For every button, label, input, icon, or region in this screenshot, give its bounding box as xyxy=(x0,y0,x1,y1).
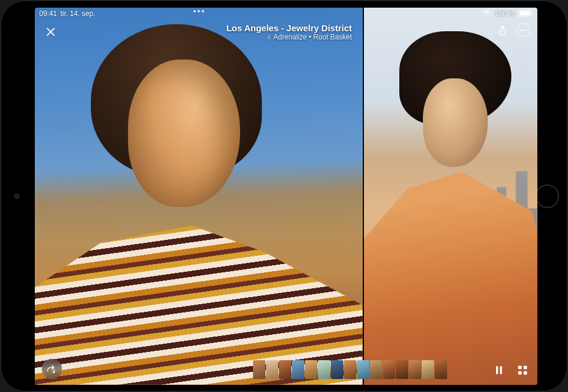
svg-point-5 xyxy=(522,29,524,31)
timeline-thumbnail[interactable] xyxy=(422,360,434,379)
memory-title: Los Angeles - Jewelry District xyxy=(226,23,352,33)
svg-point-0 xyxy=(52,371,54,373)
battery-icon xyxy=(518,10,533,17)
multitask-indicator[interactable] xyxy=(193,10,204,12)
svg-point-6 xyxy=(525,29,527,31)
memory-pane-right[interactable]: 100 % xyxy=(364,8,537,385)
timeline-thumbnail[interactable] xyxy=(383,360,395,379)
grid-icon xyxy=(517,364,528,376)
status-date: tir. 14. sep. xyxy=(61,9,96,18)
timeline-thumbnail[interactable] xyxy=(253,360,265,379)
photo-portrait-left xyxy=(35,8,363,385)
close-button[interactable] xyxy=(43,24,58,39)
timeline-filmstrip[interactable] xyxy=(253,360,447,379)
svg-rect-10 xyxy=(523,365,527,369)
music-note-icon: ♫ xyxy=(267,34,271,40)
pause-button[interactable] xyxy=(491,363,507,378)
timeline-thumbnail[interactable] xyxy=(435,360,447,379)
timeline-thumbnail[interactable] xyxy=(396,360,408,379)
share-button[interactable] xyxy=(495,23,510,38)
timeline-thumbnail[interactable] xyxy=(318,360,330,379)
wifi-icon xyxy=(482,10,491,17)
memory-split-view: 09:41 tir. 14. sep. Los Angeles - Jewelr… xyxy=(35,8,537,385)
memory-music-track: Adrenalize • Root Basket xyxy=(274,33,352,41)
photo-portrait-right xyxy=(364,8,537,385)
timeline-thumbnail[interactable] xyxy=(370,360,382,379)
timeline-thumbnail[interactable] xyxy=(279,360,291,379)
share-icon xyxy=(497,25,508,37)
front-camera xyxy=(14,193,19,199)
status-time: 09:41 xyxy=(40,9,57,18)
ipad-device-frame: 09:41 tir. 14. sep. Los Angeles - Jewelr… xyxy=(0,0,568,392)
timeline-thumbnail[interactable] xyxy=(331,360,343,379)
svg-rect-8 xyxy=(500,366,501,374)
timeline-thumbnail[interactable] xyxy=(344,360,356,379)
close-icon xyxy=(45,26,57,38)
memory-mix-icon xyxy=(46,363,58,375)
battery-percent: 100 % xyxy=(494,9,514,18)
timeline-thumbnail[interactable] xyxy=(409,360,421,379)
svg-rect-2 xyxy=(520,11,530,15)
ellipsis-icon xyxy=(519,29,527,31)
svg-rect-7 xyxy=(496,366,498,374)
pause-icon xyxy=(493,364,505,376)
svg-rect-11 xyxy=(518,371,521,374)
svg-point-4 xyxy=(519,29,521,31)
more-button[interactable] xyxy=(516,23,530,37)
timeline-thumbnail[interactable] xyxy=(357,360,369,379)
timeline-thumbnail[interactable] xyxy=(292,360,304,379)
screen: 09:41 tir. 14. sep. Los Angeles - Jewelr… xyxy=(35,8,537,385)
status-bar-right: 100 % xyxy=(364,8,537,19)
timeline-thumbnail[interactable] xyxy=(266,360,278,379)
memory-mixes-button[interactable] xyxy=(42,359,62,379)
browse-grid-button[interactable] xyxy=(515,363,530,378)
svg-rect-3 xyxy=(531,12,532,15)
home-button[interactable] xyxy=(536,185,559,208)
timeline-thumbnail[interactable] xyxy=(305,360,317,379)
status-bar: 09:41 tir. 14. sep. xyxy=(35,8,363,19)
memory-title-block[interactable]: Los Angeles - Jewelry District ♫ Adrenal… xyxy=(226,23,352,41)
svg-rect-9 xyxy=(518,365,521,369)
memory-pane-left[interactable]: 09:41 tir. 14. sep. Los Angeles - Jewelr… xyxy=(35,8,364,385)
svg-rect-12 xyxy=(523,371,527,374)
